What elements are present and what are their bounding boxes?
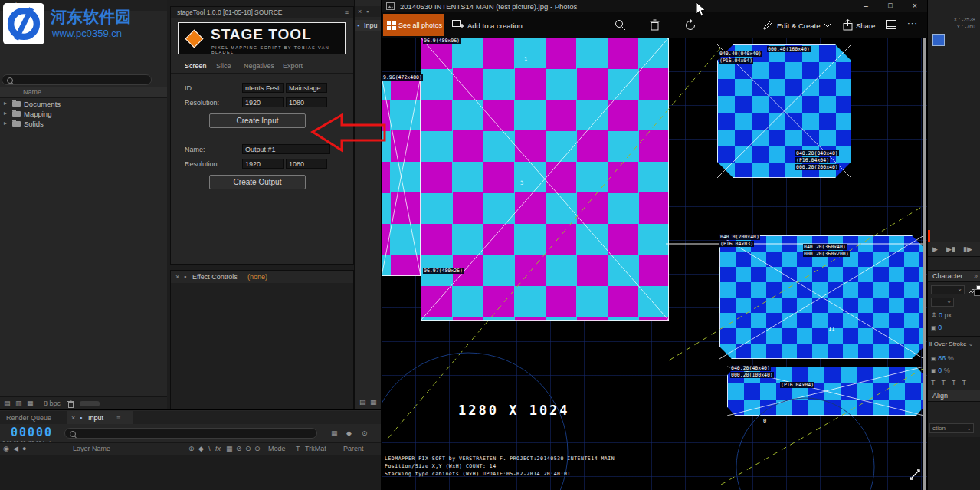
- column-mode[interactable]: Mode: [268, 443, 286, 455]
- more-button[interactable]: ···: [907, 18, 918, 28]
- create-output-button[interactable]: Create Output: [209, 175, 306, 189]
- audio-switch-icon[interactable]: ◀: [13, 443, 18, 455]
- collapse-icon[interactable]: ◆: [198, 443, 204, 455]
- delete-icon[interactable]: [650, 19, 660, 31]
- share-icon[interactable]: [843, 19, 853, 31]
- id-input-2[interactable]: [286, 83, 327, 93]
- step-back-icon[interactable]: ▮▶: [963, 245, 972, 253]
- faux-bold-icon[interactable]: T: [931, 379, 942, 386]
- tab-input-comp[interactable]: ▪ Inpu: [355, 20, 382, 31]
- photos-titlebar[interactable]: 20140530 INTENTS14 MAIN (test picture).j…: [382, 0, 928, 12]
- type-style-buttons[interactable]: TTTT: [931, 379, 972, 386]
- maximize-button[interactable]: □: [880, 2, 901, 9]
- close-icon[interactable]: ×: [358, 6, 362, 17]
- tab-screen[interactable]: Screen: [185, 62, 207, 71]
- adjustment-icon[interactable]: ⊙: [245, 443, 251, 455]
- timeline-search-input[interactable]: [64, 428, 317, 439]
- column-trkmat[interactable]: TrkMat: [305, 443, 326, 455]
- create-input-button[interactable]: Create Input: [209, 113, 306, 128]
- character-panel-header[interactable]: Character »: [928, 270, 980, 282]
- solo-switch-icon[interactable]: ●: [22, 443, 26, 455]
- baseline-shift-control[interactable]: ▣ 0 %: [931, 367, 950, 374]
- scale-value[interactable]: 86: [938, 354, 946, 362]
- rotate-icon[interactable]: [685, 19, 696, 31]
- shy-icon[interactable]: ⊕: [188, 443, 195, 455]
- motion-blur-icon[interactable]: ⊙: [362, 429, 368, 437]
- bit-depth-label[interactable]: 8 bpc: [44, 400, 61, 407]
- step-forward-icon[interactable]: ▶▮: [946, 245, 955, 253]
- thumb-view-icon[interactable]: ▥: [15, 400, 22, 407]
- tab-negatives[interactable]: Negatives: [244, 62, 274, 70]
- share-label[interactable]: Share: [856, 21, 875, 30]
- fx-icon[interactable]: fx: [215, 443, 221, 455]
- tree-item-documents[interactable]: ▸ Documents: [0, 99, 167, 109]
- align-target-select[interactable]: ction ⌄: [929, 423, 974, 433]
- tab-input-timeline[interactable]: × ▪ Input ≡: [67, 411, 133, 424]
- motionblur-icon[interactable]: ⊘: [236, 443, 242, 455]
- tracking-value[interactable]: 0: [938, 324, 942, 331]
- twisty-icon[interactable]: ▸: [4, 120, 7, 127]
- panel-menu-icon[interactable]: ≡: [345, 7, 349, 18]
- effect-controls-titlebar[interactable]: × ▪ Effect Controls (none): [171, 271, 353, 283]
- output-res-height[interactable]: [286, 159, 327, 169]
- input-res-height[interactable]: [286, 97, 327, 107]
- close-icon[interactable]: ×: [71, 414, 75, 422]
- video-switch-icon[interactable]: ◉: [3, 443, 9, 455]
- trash-icon[interactable]: [67, 400, 74, 408]
- panel-menu-icon[interactable]: ≡: [116, 414, 120, 422]
- twisty-icon[interactable]: ▸: [4, 110, 7, 117]
- vertical-scale-control[interactable]: ▣ 86 %: [931, 354, 954, 362]
- fill-over-stroke-select[interactable]: ll Over Stroke ⌄: [929, 340, 973, 347]
- input-res-width[interactable]: [242, 97, 284, 107]
- panel-icon[interactable]: ▤: [359, 398, 366, 406]
- stagetool-titlebar[interactable]: stageTool 1.0.0 [01-05-18] SOURCE ≡: [171, 7, 353, 18]
- add-to-creation-icon[interactable]: [452, 20, 464, 30]
- filmstrip-icon[interactable]: [886, 20, 896, 29]
- panel-expand-icon[interactable]: »: [974, 271, 978, 281]
- tree-item-mapping[interactable]: ▸ Mapping: [0, 109, 167, 119]
- resize-diagonal-icon[interactable]: [909, 469, 921, 481]
- font-size-control[interactable]: ⇕ 0 px: [931, 311, 952, 319]
- column-t[interactable]: T: [296, 443, 300, 455]
- output-res-width[interactable]: [242, 159, 284, 169]
- play-icon[interactable]: ▶: [932, 245, 938, 253]
- all-caps-icon[interactable]: T: [952, 379, 962, 386]
- composition-mini-flowchart-icon[interactable]: ▦: [331, 429, 338, 437]
- frame-blend-icon[interactable]: ▦: [226, 443, 233, 455]
- small-caps-icon[interactable]: T: [962, 379, 973, 386]
- tracking-control[interactable]: ▣ 0: [931, 324, 942, 331]
- font-style-select[interactable]: ⌄: [931, 298, 954, 307]
- grid-view-icon[interactable]: ▦: [27, 400, 34, 407]
- id-input-1[interactable]: [242, 83, 284, 93]
- edit-create-icon[interactable]: [763, 20, 773, 30]
- scroll-handle[interactable]: [80, 401, 100, 406]
- threeD-icon[interactable]: ⊙: [254, 443, 261, 455]
- list-view-icon[interactable]: ▤: [4, 400, 11, 407]
- edit-create-label[interactable]: Edit & Create: [777, 21, 821, 30]
- column-layer-name[interactable]: Layer Name: [73, 443, 110, 455]
- photo-canvas[interactable]: 96.9(480x96) 9.96(472x480) 96.97(480x26)…: [382, 38, 928, 490]
- faux-italic-icon[interactable]: T: [942, 379, 952, 386]
- close-button[interactable]: ×: [904, 2, 926, 10]
- see-all-photos-button[interactable]: See all photos: [383, 14, 444, 36]
- zoom-icon[interactable]: [615, 19, 626, 31]
- panel-icon[interactable]: ▦: [370, 398, 377, 406]
- project-search-input[interactable]: [2, 74, 152, 85]
- twisty-icon[interactable]: ▸: [4, 100, 7, 107]
- font-size-value[interactable]: 0: [939, 311, 942, 319]
- minimize-button[interactable]: –: [855, 2, 877, 10]
- tree-item-solids[interactable]: ▸ Solids: [0, 119, 167, 129]
- quality-icon[interactable]: \: [208, 443, 211, 455]
- add-to-creation-label[interactable]: Add to a creation: [467, 21, 523, 30]
- align-panel-header[interactable]: Align: [928, 390, 980, 402]
- tab-slice[interactable]: Slice: [216, 62, 231, 70]
- column-parent[interactable]: Parent: [343, 443, 364, 455]
- baseline-value[interactable]: 0: [938, 367, 942, 374]
- tab-export[interactable]: Export: [283, 62, 303, 70]
- close-icon[interactable]: ×: [175, 271, 179, 283]
- font-family-select[interactable]: ⌄: [931, 285, 965, 294]
- tab-render-queue[interactable]: Render Queue: [6, 414, 51, 422]
- chevron-down-icon[interactable]: [824, 24, 831, 28]
- current-time-field[interactable]: 00000: [11, 426, 53, 439]
- stroke-color-swatch[interactable]: [974, 289, 980, 296]
